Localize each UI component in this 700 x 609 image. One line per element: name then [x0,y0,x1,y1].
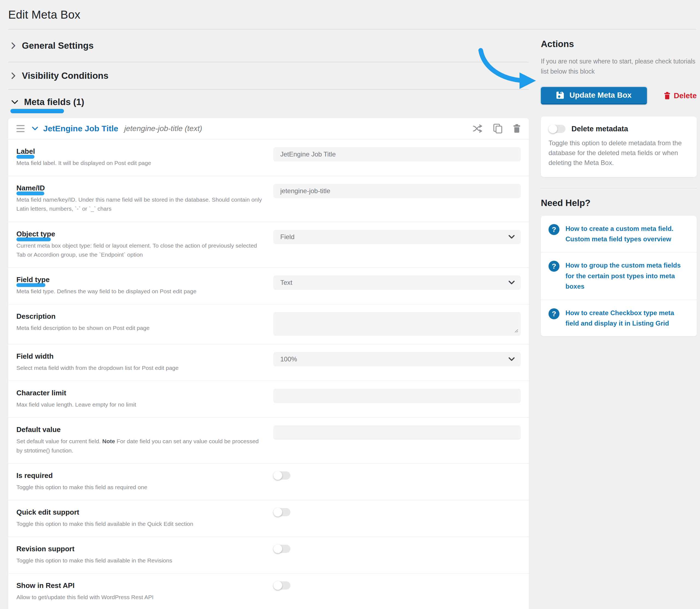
delete-meta-box-label: Delete [674,91,697,100]
duplicate-icon[interactable] [493,124,503,134]
page-title: Edit Meta Box [0,0,700,29]
field-type-select[interactable]: Text [273,276,521,290]
field-desc: Meta field description to be shown on Po… [16,324,263,332]
content-columns: General Settings Visibility Conditions M… [0,30,700,609]
delete-metadata-label: Delete metadata [572,125,628,133]
update-meta-box-label: Update Meta Box [569,91,631,100]
help-link[interactable]: How to create Checkbox type meta field a… [566,308,689,329]
help-link-item[interactable]: ? How to group the custom meta fields fo… [541,253,697,300]
chevron-down-icon [508,235,515,239]
section-meta-fields-label: Meta fields (1) [24,97,84,107]
delete-metadata-card: Delete metadata Toggle this option to de… [541,117,697,177]
delete-meta-box-button[interactable]: Delete [664,91,697,100]
field-label: Field width [16,352,54,360]
field-desc: Toggle this option to make this field av… [16,556,263,565]
chevron-down-icon [508,357,515,361]
description-textarea[interactable] [273,312,521,336]
field-desc: Meta field type. Defines the way field t… [16,287,263,296]
row-character-limit: Character limit Max field value length. … [8,381,529,418]
help-link-item[interactable]: ? How to create Checkbox type meta field… [541,300,697,336]
collapse-chevron-icon[interactable] [32,126,38,131]
field-label: Description [16,312,55,320]
section-visibility-conditions-label: Visibility Conditions [22,71,109,81]
question-mark-icon: ? [549,261,559,272]
field-desc: Allow to get/update this field with Word… [16,593,263,602]
blue-highlight-marker [16,192,44,195]
row-default-value: Default value Set default value for curr… [8,418,529,464]
shuffle-icon[interactable] [472,124,483,133]
row-revision-support: Revision support Toggle this option to m… [8,537,529,574]
chevron-down-icon [508,280,515,285]
field-label: Show in Rest API [16,581,75,590]
actions-buttons-row: Update Meta Box Delete [541,87,697,105]
character-limit-input[interactable] [273,389,521,403]
chevron-down-icon [11,100,19,105]
delete-metadata-desc: Toggle this option to delete metadata fr… [549,138,689,168]
field-type-value: Text [280,279,292,286]
name-id-input[interactable] [273,184,521,198]
field-label: Field type [16,276,50,284]
delete-metadata-toggle[interactable] [549,125,566,133]
row-field-type: Field type Meta field type. Defines the … [8,268,529,304]
need-help-card: ? How to create a custom meta field. Cus… [541,216,697,336]
field-header-actions [472,124,521,134]
row-field-width: Field width Select meta field width from… [8,345,529,381]
row-object-type: Object type Current meta box object type… [8,222,529,268]
help-link[interactable]: How to group the custom meta fields for … [566,260,689,292]
need-help-heading: Need Help? [541,198,697,208]
field-meta-name: jetengine-job-title (text) [124,124,202,133]
question-mark-icon: ? [549,308,559,319]
field-desc: Select meta field width from the dropdow… [16,363,263,372]
row-is-required: Is required Toggle this option to make t… [8,464,529,500]
field-label: Revision support [16,545,74,553]
update-meta-box-button[interactable]: Update Meta Box [541,87,647,105]
main-column: General Settings Visibility Conditions M… [8,30,529,609]
sidebar: Actions If you are not sure where to sta… [541,30,697,336]
blue-highlight-marker [16,238,51,241]
field-label: Is required [16,471,53,480]
edit-meta-box-page: { "page": { "title": "Edit Meta Box" }, … [0,0,700,609]
section-meta-fields[interactable]: Meta fields (1) [8,90,84,110]
field-desc: Max field value length. Leave empty for … [16,400,263,409]
row-description: Description Meta field description to be… [8,304,529,345]
section-general-settings[interactable]: General Settings [8,30,529,63]
section-general-settings-label: General Settings [22,40,93,51]
trash-icon[interactable] [513,124,521,133]
show-in-rest-api-toggle[interactable] [273,581,290,590]
label-input[interactable] [273,147,521,161]
field-label: Character limit [16,389,66,397]
blue-highlight-marker [16,283,46,287]
field-label: Object type [16,230,55,238]
blue-highlight-marker [16,155,34,159]
help-link[interactable]: How to create a custom meta field. Custo… [566,224,689,245]
meta-field-card-header: JetEngine Job Title jetengine-job-title … [8,118,529,140]
field-label: Name/ID [16,184,45,192]
field-width-select[interactable]: 100% [273,352,521,366]
is-required-toggle[interactable] [273,471,290,480]
desc-note: Note [102,438,115,444]
field-desc: Meta field label. It will be displayed o… [16,158,263,168]
save-icon [556,91,564,99]
actions-heading: Actions [541,39,697,49]
field-title: JetEngine Job Title [43,124,119,133]
section-visibility-conditions[interactable]: Visibility Conditions [8,63,529,90]
object-type-value: Field [280,233,294,241]
question-mark-icon: ? [549,224,559,235]
sidebar-divider [541,188,697,189]
revision-support-toggle[interactable] [273,545,290,553]
chevron-right-icon [11,72,16,80]
row-show-in-rest-api: Show in Rest API Allow to get/update thi… [8,574,529,609]
desc-text: Set default value for current field. [16,438,102,444]
field-desc: Toggle this option to make this field av… [16,519,263,528]
quick-edit-support-toggle[interactable] [273,508,290,516]
object-type-select[interactable]: Field [273,230,521,244]
default-value-input[interactable] [273,425,521,440]
help-link-item[interactable]: ? How to create a custom meta field. Cus… [541,216,697,253]
chevron-right-icon [11,42,16,50]
field-label: Default value [16,425,61,434]
field-label: Quick edit support [16,508,79,516]
drag-handle-icon[interactable] [16,125,24,132]
meta-field-card: JetEngine Job Title jetengine-job-title … [8,118,529,609]
row-label: Label Meta field label. It will be displ… [8,140,529,176]
field-width-value: 100% [280,355,297,363]
